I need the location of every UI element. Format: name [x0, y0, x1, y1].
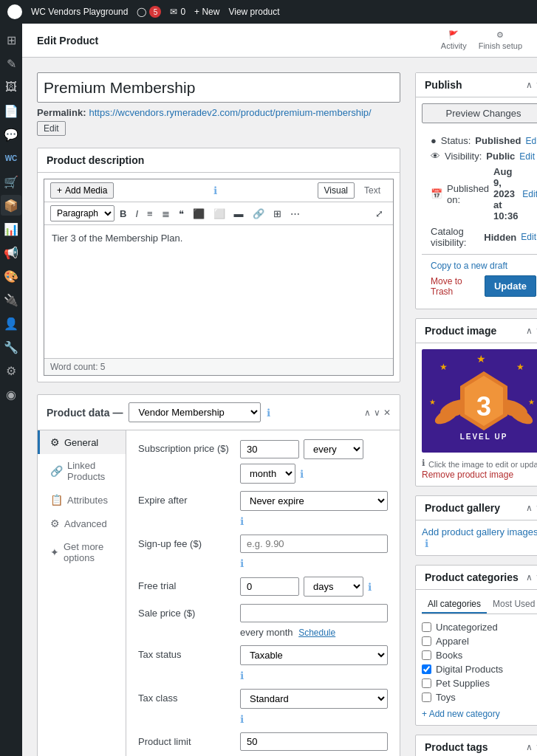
sale-price-row: Sale price ($) every month Schedule [138, 604, 388, 638]
new-item-link[interactable]: + New [194, 7, 219, 17]
free-trial-unit-select[interactable]: daysweeksmonthsyears [304, 577, 363, 597]
description-metabox-header[interactable]: Product description [38, 148, 400, 173]
sidebar-item-pages[interactable]: 📄 [1, 100, 21, 121]
category-item-digital-products: Digital Products [422, 662, 537, 676]
editor-content[interactable]: Tier 3 of the Membership Plan. [44, 225, 393, 358]
category-checkbox-toys[interactable] [422, 693, 431, 702]
image-collapse-btn[interactable]: ∧ [526, 326, 533, 336]
category-item-books: Books [422, 648, 537, 662]
sidebar-item-tools[interactable]: 🔧 [1, 337, 21, 357]
categories-collapse-btn[interactable]: ∧ [526, 572, 533, 583]
fullscreen-button[interactable]: ⤢ [372, 206, 387, 221]
copy-draft-link[interactable]: Copy to a new draft [431, 261, 536, 271]
link-button[interactable]: 🔗 [249, 206, 268, 221]
sidebar-item-products[interactable]: 📦 [1, 195, 21, 216]
published-date-edit-link[interactable]: Edit [522, 189, 537, 199]
category-checkbox-uncategorized[interactable] [422, 622, 431, 632]
sidebar-item-media[interactable]: 🖼 [1, 77, 21, 97]
add-media-button[interactable]: + Add Media [50, 182, 114, 199]
add-gallery-link[interactable]: Add product gallery images [422, 526, 537, 537]
visual-tab[interactable]: Visual [318, 182, 355, 199]
product-image-header[interactable]: Product image ∧ ∨ [416, 319, 537, 343]
sidebar-item-woocommerce[interactable]: 🛒 [1, 171, 21, 192]
tax-class-select[interactable]: StandardReduced rateZero rate [240, 689, 388, 709]
sidebar-item-posts[interactable]: ✎ [1, 53, 21, 74]
publish-metabox-header[interactable]: Publish ∧ ∨ [416, 73, 537, 97]
category-checkbox-pet-supplies[interactable] [422, 678, 431, 688]
signup-fee-input[interactable] [240, 535, 388, 553]
product-tags-header[interactable]: Product tags ∧ ∨ [416, 735, 537, 756]
product-gallery-header[interactable]: Product gallery ∧ ∨ [416, 496, 537, 520]
finish-setup-action[interactable]: ⚙ Finish setup [479, 30, 522, 50]
sidebar-item-analytics[interactable]: 📊 [1, 219, 21, 239]
italic-button[interactable]: I [131, 206, 142, 221]
publish-collapse-btn[interactable]: ∧ [526, 80, 533, 90]
product-type-select[interactable]: Vendor Membership Simple product Variabl… [129, 402, 261, 422]
tab-more-options[interactable]: ✦ Get more options [38, 535, 126, 569]
wp-logo[interactable]: W [7, 4, 22, 19]
collapse-btn[interactable]: ∧ [364, 408, 371, 418]
category-checkbox-digital-products[interactable] [422, 664, 431, 674]
subscription-price-input[interactable] [240, 440, 299, 458]
tab-advanced[interactable]: ⚙ Advanced [38, 512, 126, 535]
sidebar-item-bottom[interactable]: ◉ [1, 384, 21, 405]
add-new-category-link[interactable]: + Add new category [422, 709, 500, 719]
sidebar-item-appearance[interactable]: 🎨 [1, 266, 21, 286]
tab-general[interactable]: ⚙ General [38, 430, 126, 454]
sidebar-item-wcvendors[interactable]: WC [1, 148, 21, 168]
period-select[interactable]: dayweekmonthyear [240, 464, 295, 484]
product-image-body: ★ ★ ★ [416, 343, 537, 486]
product-image-thumbnail[interactable]: ★ ★ ★ [422, 349, 537, 453]
ol-button[interactable]: ≣ [158, 206, 174, 221]
expire-after-select[interactable]: Never expire 1 month3 months6 months1 ye… [240, 491, 388, 511]
sidebar-item-users[interactable]: 👤 [1, 313, 21, 334]
preview-changes-button[interactable]: Preview Changes [422, 103, 537, 123]
bold-button[interactable]: B [116, 206, 130, 221]
align-center-button[interactable]: ⬜ [210, 206, 229, 221]
tab-attributes[interactable]: 📋 Attributes [38, 488, 126, 512]
tags-collapse-btn[interactable]: ∧ [526, 742, 533, 752]
visibility-edit-link[interactable]: Edit [519, 151, 535, 162]
gallery-collapse-btn[interactable]: ∧ [526, 503, 533, 513]
close-btn[interactable]: ✕ [383, 408, 391, 418]
paragraph-format-select[interactable]: Paragraph [50, 205, 114, 221]
sidebar-item-marketing[interactable]: 📢 [1, 242, 21, 263]
align-left-button[interactable]: ⬛ [189, 206, 208, 221]
category-checkbox-books[interactable] [422, 650, 431, 660]
sidebar-item-plugins[interactable]: 🔌 [1, 289, 21, 310]
text-tab[interactable]: Text [358, 182, 387, 199]
sidebar-item-settings[interactable]: ⚙ [1, 360, 21, 381]
move-to-trash-link[interactable]: Move to Trash [431, 276, 485, 297]
sidebar-item-comments[interactable]: 💬 [1, 124, 21, 145]
site-name[interactable]: WC Vendors Playground [31, 7, 128, 17]
notifications[interactable]: ◯ 5 [137, 6, 161, 18]
tax-status-select[interactable]: TaxableShipping onlyNone [240, 645, 388, 665]
edit-permalink-button[interactable]: Edit [37, 121, 66, 136]
sidebar-item-dashboard[interactable]: ⊞ [1, 30, 21, 50]
most-used-tab[interactable]: Most Used [487, 596, 537, 614]
table-button[interactable]: ⊞ [270, 206, 285, 221]
view-product-link[interactable]: View product [228, 7, 279, 17]
free-trial-input[interactable] [240, 577, 299, 596]
catalog-edit-link[interactable]: Edit [521, 232, 536, 242]
update-button[interactable]: Update [485, 275, 536, 297]
status-edit-link[interactable]: Edit [525, 136, 537, 146]
permalink-link[interactable]: https://wcvendors.rymeradev2.com/product… [89, 107, 371, 118]
product-categories-header[interactable]: Product categories ∧ ∨ [416, 566, 537, 590]
product-title-input[interactable] [37, 72, 400, 103]
all-categories-tab[interactable]: All categories [422, 596, 487, 614]
product-limit-input[interactable] [240, 732, 388, 751]
tab-linked-products[interactable]: 🔗 Linked Products [38, 454, 126, 488]
remove-image-link[interactable]: Remove product image [422, 470, 513, 480]
blockquote-button[interactable]: ❝ [175, 206, 188, 221]
category-checkbox-apparel[interactable] [422, 636, 431, 646]
more-button[interactable]: ⋯ [287, 206, 304, 221]
expand-btn[interactable]: ∨ [374, 408, 380, 418]
schedule-link[interactable]: Schedule [298, 628, 335, 638]
comments-notif[interactable]: ✉ 0 [170, 7, 185, 17]
sale-price-input[interactable] [240, 604, 388, 622]
activity-action[interactable]: 🚩 Activity [441, 30, 467, 50]
every-select[interactable]: every every 2every 3 [304, 439, 363, 459]
align-right-button[interactable]: ▬ [230, 206, 247, 221]
ul-button[interactable]: ≡ [143, 206, 157, 221]
